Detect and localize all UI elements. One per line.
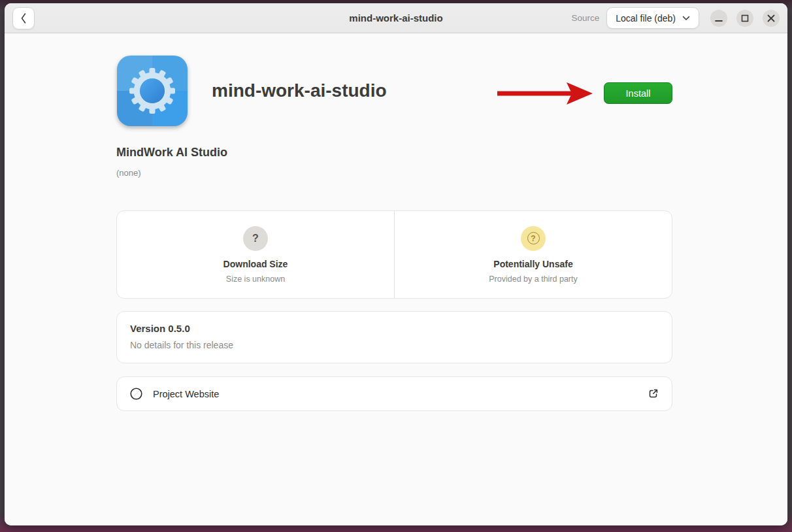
unknown-size-icon: ?: [243, 226, 268, 251]
app-details-page: mind-work-ai-studio Install MindWork AI …: [5, 33, 787, 525]
source-dropdown-value: Local file (deb): [616, 13, 676, 24]
maximize-icon: [736, 10, 753, 27]
source-dropdown[interactable]: Local file (deb): [606, 7, 699, 29]
app-icon: [116, 55, 188, 127]
close-icon: [763, 10, 780, 27]
version-subtitle: No details for this release: [130, 340, 659, 350]
minimize-button[interactable]: [710, 10, 727, 27]
tile-subtitle: Provided by a third party: [489, 274, 578, 284]
gnome-software-window: mind-work-ai-studio Source Local file (d…: [5, 3, 787, 525]
tile-title: Download Size: [223, 259, 288, 269]
chevron-down-icon: [682, 16, 690, 21]
chevron-left-icon: [18, 10, 29, 26]
safety-question-icon: ?: [521, 226, 546, 251]
tile-safety[interactable]: ? Potentially Unsafe Provided by a third…: [394, 211, 672, 298]
red-arrow-annotation: [497, 81, 593, 106]
install-button[interactable]: Install: [604, 82, 672, 104]
titlebar: mind-work-ai-studio Source Local file (d…: [5, 3, 787, 33]
project-website-row[interactable]: Project Website: [116, 376, 672, 411]
close-button[interactable]: [763, 10, 780, 27]
version-card: Version 0.5.0 No details for this releas…: [116, 311, 672, 363]
app-name: mind-work-ai-studio: [212, 80, 387, 101]
tile-download-size[interactable]: ? Download Size Size is unknown: [117, 211, 394, 298]
source-label: Source: [571, 13, 599, 23]
tile-title: Potentially Unsafe: [493, 259, 572, 269]
version-title: Version 0.5.0: [130, 323, 659, 334]
circled-question-glyph: ?: [527, 232, 540, 244]
back-button[interactable]: [12, 7, 35, 29]
tile-subtitle: Size is unknown: [226, 274, 285, 284]
minimize-icon: [710, 10, 727, 27]
license-text: (none): [116, 168, 672, 178]
context-tiles: ? Download Size Size is unknown ? Potent…: [116, 210, 672, 299]
external-link-icon: [647, 388, 659, 400]
developer-name: MindWork AI Studio: [116, 146, 672, 159]
compass-icon: [129, 387, 143, 401]
website-label: Project Website: [153, 389, 219, 399]
question-glyph: ?: [252, 233, 259, 244]
maximize-button[interactable]: [736, 10, 753, 27]
app-header: mind-work-ai-studio Install: [116, 55, 672, 127]
